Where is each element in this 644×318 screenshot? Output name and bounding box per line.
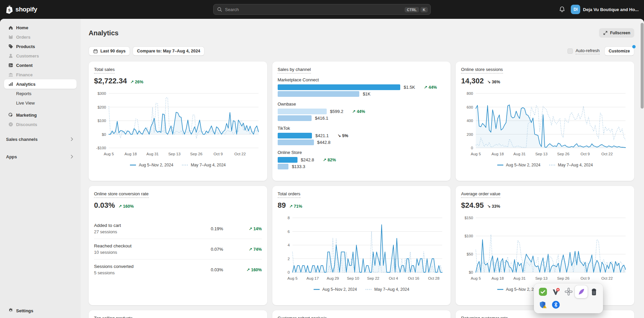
auto-refresh-checkbox[interactable] [567, 48, 573, 54]
search-shortcut-keys: CTRLK [403, 7, 428, 12]
svg-text:2: 2 [287, 257, 289, 261]
aov-delta: ↘ 33% [487, 204, 500, 209]
svg-text:800: 800 [467, 91, 473, 95]
card-sales-by-channel: Sales by channel Marketplace Connect$1.5… [272, 62, 451, 181]
compare-button[interactable]: Compare to: May 7–Aug 4, 2024 [133, 46, 204, 56]
aov-title[interactable]: Average order value [461, 191, 500, 198]
sidebar-item-products[interactable]: Products [4, 42, 77, 51]
sidebar-item-label: Products [16, 44, 35, 49]
svg-text:$200: $200 [97, 105, 106, 109]
sidebar-item-label: Orders [16, 35, 31, 40]
customize-notification-dot [632, 45, 636, 48]
sidebar-item-settings[interactable]: Settings [4, 306, 77, 315]
chevron-right-icon [69, 154, 75, 159]
svg-text:$50: $50 [467, 252, 473, 256]
sidebar-item-label: Discounts [16, 122, 37, 127]
svg-text:Oct 9: Oct 9 [214, 152, 223, 156]
svg-text:4: 4 [287, 243, 290, 247]
channel-previous-bar-row: $1K [278, 91, 446, 97]
fullscreen-expand-icon [603, 31, 608, 35]
approved-check-icon[interactable] [537, 285, 549, 298]
notifications-button[interactable] [559, 6, 565, 13]
svg-text:Oct 16: Oct 16 [408, 276, 419, 280]
total-sales-title[interactable]: Total sales [94, 67, 114, 74]
svg-text:Aug 31: Aug 31 [513, 152, 525, 156]
funnel-label: Added to cart [94, 223, 193, 228]
sidebar-item-label: Customers [16, 53, 39, 58]
returning-customer-rate-title[interactable]: Returning customer rate [461, 316, 508, 318]
orders-legend: Aug 5–Nov 2, 2024May 7–Aug 4, 2024 [278, 287, 446, 292]
finance-icon [8, 72, 13, 77]
svg-text:400: 400 [467, 119, 473, 123]
customize-button[interactable]: Customize [604, 46, 634, 56]
trash-icon[interactable] [588, 285, 600, 298]
channel-bar-value: $242.8 [301, 157, 314, 162]
shield-warning-icon[interactable] [537, 299, 549, 311]
feather-icon[interactable] [575, 285, 588, 298]
channel-bar-value: $133.3 [292, 164, 305, 169]
sidebar-item-label: Reports [16, 91, 32, 96]
store-menu[interactable]: DI Deja Vu Boutique and Ho... [571, 5, 639, 14]
sidebar-item-home[interactable]: Home [4, 23, 77, 32]
channel-bar [278, 109, 327, 114]
card-conversion-rate: Online store conversion rate 0.03% ↗ 160… [89, 186, 267, 305]
scrollbar-thumb[interactable] [641, 23, 644, 109]
svg-text:Oct 9: Oct 9 [581, 276, 590, 280]
shopify-bag-icon: S [5, 5, 13, 14]
sidebar-section-apps[interactable]: Apps [4, 152, 77, 161]
sidebar-item-content[interactable]: Content [4, 61, 77, 70]
sidebar-item-analytics[interactable]: Analytics [4, 79, 77, 89]
calendar-icon [93, 49, 98, 54]
funnel-row-reached-checkout: Reached checkout10 sessions0.07%↗ 74% [94, 239, 262, 259]
svg-text:Aug 18: Aug 18 [492, 276, 504, 280]
sessions-title[interactable]: Online store sessions [461, 67, 503, 74]
svg-text:0: 0 [287, 270, 289, 274]
channel-previous-bar-row: $133.3 [278, 164, 446, 169]
shortcut-key-ctrl: CTRL [405, 7, 419, 12]
svg-text:Oct 28: Oct 28 [428, 276, 440, 280]
svg-text:Aug 5: Aug 5 [471, 152, 481, 156]
sales-by-channel-title[interactable]: Sales by channel [278, 67, 311, 74]
sidebar-item-marketing[interactable]: Marketing [4, 110, 77, 120]
conversion-title[interactable]: Online store conversion rate [94, 191, 149, 198]
sidebar-item-label: Finance [16, 72, 33, 77]
funnel-delta: ↗ 160% [246, 268, 262, 272]
sidebar-item-label: Marketing [16, 113, 37, 118]
sessions-delta: ↘ 36% [487, 79, 500, 84]
card-top-selling-products: Top selling products [89, 310, 267, 318]
cards-grid: Total sales $2,722.34 ↗ 26% $300$200$100… [89, 62, 634, 318]
orders-title[interactable]: Total orders [278, 191, 301, 198]
slack-icon[interactable] [562, 285, 575, 298]
fullscreen-button[interactable]: Fullscreen [599, 28, 634, 38]
legend-item: May 7–Aug 4, 2024 [182, 163, 226, 167]
date-range-button[interactable]: Last 90 days [89, 46, 130, 56]
conversion-delta: ↗ 160% [118, 204, 134, 209]
sidebar-item-reports[interactable]: Reports [4, 89, 77, 98]
auto-refresh-toggle[interactable]: Auto-refresh [567, 48, 600, 54]
main-content: Analytics Fullscreen Last 90 days Compar… [81, 19, 644, 318]
channel-online-store: Online Store$242.8↗ 82%$133.3 [278, 150, 446, 169]
channel-previous-bar-row: $442.8 [278, 140, 446, 145]
bluetooth-icon[interactable] [549, 299, 562, 311]
sidebar-item-live-view[interactable]: Live View [4, 98, 77, 108]
customer-cohort-analysis-title[interactable]: Customer cohort analysis [278, 316, 327, 318]
sidebar-item-label: Settings [16, 308, 33, 313]
sidebar-section-sales-channels[interactable]: Sales channels [4, 134, 77, 144]
shopify-logo[interactable]: S shopify [5, 5, 37, 14]
funnel-label: Sessions converted [94, 264, 193, 269]
channel-bar-value: $421.1 [315, 133, 329, 138]
channel-previous-bar-row: $416.1 [278, 115, 446, 121]
svg-text:200: 200 [467, 132, 473, 136]
top-selling-products-title[interactable]: Top selling products [94, 316, 133, 318]
legend-item: May 7–Aug 4, 2024 [366, 287, 409, 292]
sidebar: HomeOrdersProductsCustomersContentFinanc… [0, 19, 81, 318]
funnel-sessions: 10 sessions [94, 250, 193, 255]
card-online-store-sessions: Online store sessions 14,302 ↘ 36% 80060… [456, 62, 634, 181]
svg-text:Sep 26: Sep 26 [557, 152, 569, 156]
card-total-sales: Total sales $2,722.34 ↗ 26% $300$200$100… [89, 62, 267, 181]
conversion-funnel: Added to cart27 sessions0.19%↗ 14%Reache… [94, 218, 262, 280]
svg-text:8: 8 [287, 216, 289, 220]
vpn-error-icon[interactable] [549, 285, 562, 298]
search-input[interactable]: Search CTRLK [213, 4, 431, 15]
discounts-icon [8, 122, 13, 127]
